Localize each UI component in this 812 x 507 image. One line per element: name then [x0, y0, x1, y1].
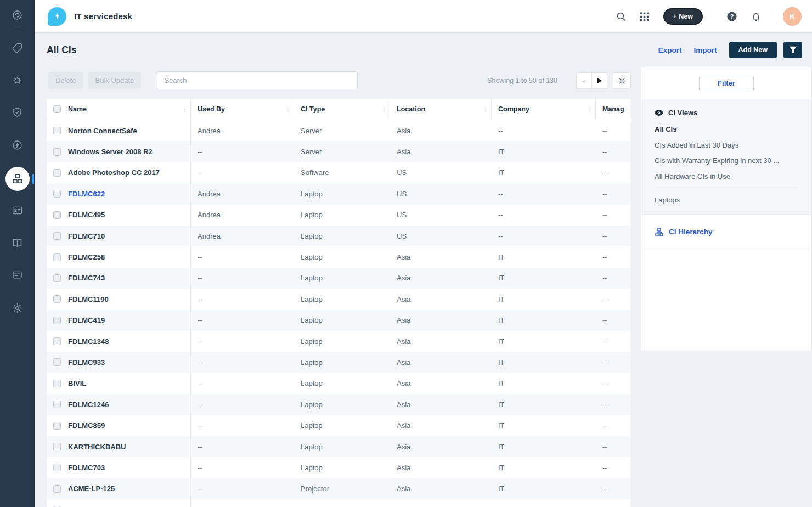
table-row[interactable]: BIVIL -- Laptop Asia IT --: [47, 373, 631, 394]
table-row[interactable]: Adobe Photoshop CC 2017 -- Software US I…: [47, 162, 631, 183]
filter-button[interactable]: Filter: [699, 76, 754, 91]
ci-name[interactable]: FDLMC1348: [68, 337, 109, 346]
announcements-icon[interactable]: [0, 269, 35, 281]
notifications-bell-icon[interactable]: [751, 11, 762, 22]
select-all-checkbox[interactable]: [53, 105, 61, 113]
table-row[interactable]: Norton ConnectSafe Andrea Server Asia --…: [47, 120, 631, 141]
table-row[interactable]: FDLMC622 Andrea Laptop US -- --: [47, 183, 631, 204]
table-row[interactable]: FDLMC1348 -- Laptop Asia IT --: [47, 331, 631, 352]
table-row[interactable]: FDLMC419 -- Laptop Asia IT --: [47, 310, 631, 331]
help-icon[interactable]: ?: [726, 11, 737, 22]
table-row[interactable]: ACME-LP-125 -- Projector Asia IT --: [47, 478, 631, 499]
column-drag-handle[interactable]: ⋮: [381, 106, 387, 112]
row-checkbox[interactable]: [53, 169, 61, 177]
new-button[interactable]: + New: [663, 8, 703, 25]
column-header-ci-type[interactable]: CI Type⋮: [294, 99, 390, 120]
table-row[interactable]: Windows Server 2008 R2 -- Server Asia IT…: [47, 141, 631, 162]
ci-name[interactable]: KARTHICKBABU: [68, 443, 126, 451]
row-checkbox[interactable]: [53, 358, 61, 366]
add-new-button[interactable]: Add New: [729, 42, 777, 58]
row-checkbox[interactable]: [53, 211, 61, 219]
row-checkbox[interactable]: [53, 401, 61, 408]
ci-name[interactable]: FDLMC933: [68, 358, 105, 367]
ci-name[interactable]: FDLMC710: [68, 232, 105, 240]
row-checkbox[interactable]: [53, 380, 61, 387]
table-row[interactable]: FDLMC1246 -- Laptop Asia IT --: [47, 394, 631, 415]
ci-name[interactable]: FDLMC419: [68, 316, 105, 324]
row-checkbox[interactable]: [53, 127, 61, 134]
changes-icon[interactable]: [0, 106, 35, 118]
table-settings-gear-icon[interactable]: [613, 72, 631, 89]
ci-name[interactable]: FDLMC258: [68, 253, 105, 261]
column-header-name[interactable]: Name⋮: [67, 99, 191, 120]
search-input[interactable]: [157, 71, 358, 89]
releases-icon[interactable]: [0, 139, 35, 151]
assets-icon-active[interactable]: [0, 167, 35, 191]
column-header-location[interactable]: Location⋮: [390, 99, 492, 120]
table-row[interactable]: FDLM4243-00MTHL -- Laptop Asia IT --: [47, 499, 631, 507]
table-row[interactable]: FDLMC710 Andrea Laptop US -- --: [47, 226, 631, 246]
table-row[interactable]: FDLMC859 -- Laptop Asia IT --: [47, 415, 631, 436]
row-checkbox[interactable]: [53, 317, 61, 324]
row-checkbox[interactable]: [53, 190, 61, 198]
table-row[interactable]: FDLMC703 -- Laptop Asia IT --: [47, 457, 631, 478]
table-row[interactable]: FDLMC258 -- Laptop Asia IT --: [47, 246, 631, 267]
freshworks-switcher-icon[interactable]: [0, 9, 35, 21]
ci-name[interactable]: Norton ConnectSafe: [68, 127, 137, 135]
column-header-used-by[interactable]: Used By⋮: [191, 99, 294, 120]
column-drag-handle[interactable]: ⋮: [587, 106, 593, 112]
ci-name[interactable]: FDLMC1246: [68, 401, 109, 409]
contracts-icon[interactable]: [0, 205, 35, 216]
table-row[interactable]: FDLMC933 -- Laptop Asia IT --: [47, 352, 631, 373]
ci-name[interactable]: FDLMC495: [68, 211, 105, 219]
ci-name[interactable]: FDLMC1190: [68, 295, 109, 303]
view-item-hardware-in-use[interactable]: All Hardware CIs in Use: [655, 172, 811, 181]
ci-name[interactable]: FDLMC859: [68, 421, 105, 430]
row-checkbox[interactable]: [53, 232, 61, 240]
delete-button[interactable]: Delete: [48, 72, 83, 89]
table-row[interactable]: KARTHICKBABU -- Laptop Asia IT --: [47, 436, 631, 457]
ci-name[interactable]: ACME-LP-125: [68, 485, 115, 493]
solutions-icon[interactable]: [0, 237, 35, 249]
ci-name[interactable]: BIVIL: [68, 379, 86, 387]
ci-name[interactable]: FDLMC743: [68, 274, 105, 282]
ci-hierarchy-link[interactable]: CI Hierarchy: [641, 215, 811, 250]
ci-name[interactable]: FDLMC622: [68, 190, 105, 198]
export-link[interactable]: Export: [658, 46, 682, 54]
row-checkbox[interactable]: [53, 148, 61, 156]
row-checkbox[interactable]: [53, 337, 61, 345]
row-checkbox[interactable]: [53, 485, 61, 493]
ci-name[interactable]: Adobe Photoshop CC 2017: [68, 168, 160, 177]
column-header-managed-by[interactable]: Manag: [596, 99, 631, 120]
ci-name[interactable]: FDLMC703: [68, 464, 105, 472]
row-checkbox[interactable]: [53, 422, 61, 430]
import-link[interactable]: Import: [694, 46, 717, 54]
table-row[interactable]: FDLMC495 Andrea Laptop US -- --: [47, 205, 631, 226]
search-icon[interactable]: [616, 12, 627, 22]
prev-page-button[interactable]: ‹: [576, 72, 592, 89]
view-item-laptops[interactable]: Laptops: [655, 196, 811, 204]
view-item-all-cis[interactable]: All CIs: [655, 125, 811, 133]
column-header-company[interactable]: Company⋮: [492, 99, 596, 120]
apps-grid-icon[interactable]: [640, 12, 649, 21]
column-drag-handle[interactable]: ⋮: [483, 106, 488, 112]
view-item-added-last-30[interactable]: CIs Added in Last 30 Days: [655, 141, 811, 149]
column-drag-handle[interactable]: ⋮: [285, 106, 291, 112]
next-page-button[interactable]: [591, 72, 607, 89]
ci-name[interactable]: Windows Server 2008 R2: [68, 148, 153, 156]
view-item-warranty-expiring[interactable]: CIs with Warranty Expiring in next 30 ..…: [655, 156, 811, 165]
row-checkbox[interactable]: [53, 274, 61, 282]
settings-icon[interactable]: [0, 302, 35, 314]
table-row[interactable]: FDLMC1190 -- Laptop Asia IT --: [47, 289, 631, 309]
column-drag-handle[interactable]: ⋮: [182, 106, 188, 112]
table-row[interactable]: FDLMC743 -- Laptop Asia IT --: [47, 268, 631, 289]
problems-icon[interactable]: [0, 74, 35, 86]
tickets-icon[interactable]: [0, 42, 35, 54]
row-checkbox[interactable]: [53, 254, 61, 261]
bulk-update-button[interactable]: Bulk Update: [88, 72, 142, 89]
filter-toggle-button[interactable]: [783, 42, 802, 58]
row-checkbox[interactable]: [53, 464, 61, 471]
row-checkbox[interactable]: [53, 295, 61, 303]
row-checkbox[interactable]: [53, 443, 61, 450]
user-avatar[interactable]: K: [783, 7, 802, 26]
